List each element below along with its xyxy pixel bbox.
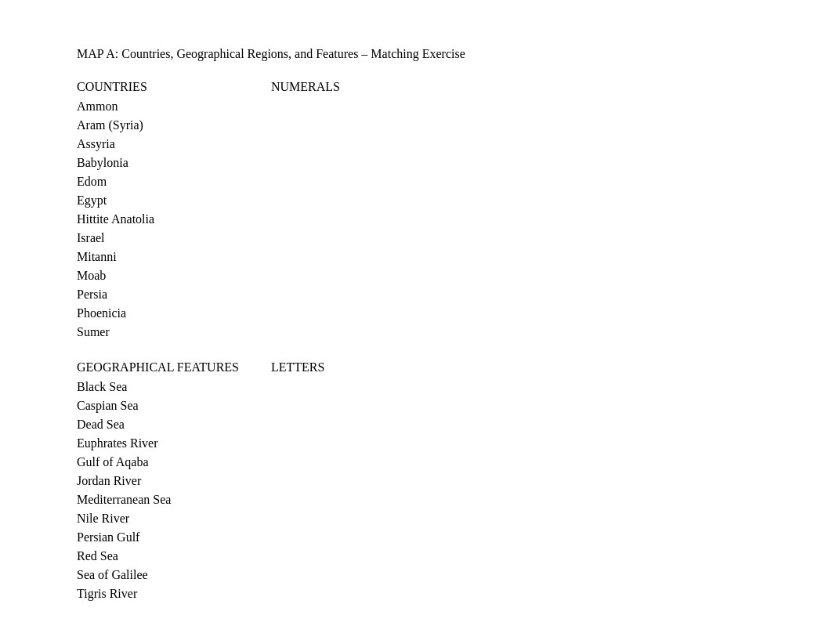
geo-heading: GEOGRAPHICAL FEATURES [77, 360, 271, 374]
geo-list: Black SeaCaspian SeaDead SeaEuphrates Ri… [77, 378, 755, 603]
list-item: Dead Sea [77, 415, 755, 434]
list-item: Edom [77, 172, 755, 191]
letters-heading: LETTERS [271, 360, 324, 374]
list-item: Red Sea [77, 547, 755, 566]
countries-header: COUNTRIES NUMERALS [77, 80, 755, 94]
geo-section: GEOGRAPHICAL FEATURES LETTERS Black SeaC… [77, 360, 755, 603]
list-item: Ammon [77, 97, 755, 116]
list-item: Israel [77, 229, 755, 248]
page: MAP A: Countries, Geographical Regions, … [0, 0, 832, 644]
numerals-heading: NUMERALS [271, 80, 340, 94]
list-item: Nile River [77, 509, 755, 528]
list-item: Babylonia [77, 154, 755, 172]
list-item: Aram (Syria) [77, 116, 755, 135]
list-item: Black Sea [77, 378, 755, 396]
list-item: Moab [77, 266, 755, 285]
countries-heading: COUNTRIES [77, 80, 271, 94]
page-title: MAP A: Countries, Geographical Regions, … [77, 47, 755, 61]
countries-list: AmmonAram (Syria)AssyriaBabyloniaEdomEgy… [77, 97, 755, 342]
list-item: Euphrates River [77, 434, 755, 453]
list-item: Gulf of Aqaba [77, 453, 755, 472]
countries-section: COUNTRIES NUMERALS AmmonAram (Syria)Assy… [77, 80, 755, 342]
list-item: Sumer [77, 323, 755, 342]
list-item: Mediterranean Sea [77, 490, 755, 509]
list-item: Sea of Galilee [77, 566, 755, 584]
list-item: Persian Gulf [77, 528, 755, 547]
list-item: Phoenicia [77, 304, 755, 323]
list-item: Persia [77, 285, 755, 304]
geo-header: GEOGRAPHICAL FEATURES LETTERS [77, 360, 755, 374]
list-item: Caspian Sea [77, 396, 755, 415]
list-item: Egypt [77, 191, 755, 210]
list-item: Jordan River [77, 472, 755, 490]
list-item: Assyria [77, 135, 755, 154]
list-item: Hittite Anatolia [77, 210, 755, 229]
list-item: Mitanni [77, 248, 755, 266]
list-item: Tigris River [77, 584, 755, 603]
